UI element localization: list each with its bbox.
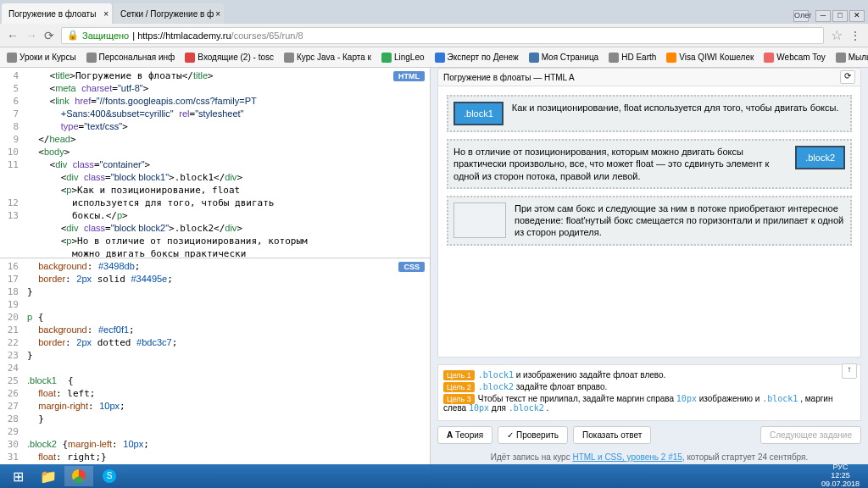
file-icon <box>836 53 846 63</box>
theory-button[interactable]: A Теория <box>437 426 492 444</box>
bookmark-item[interactable]: Уроки и Курсы <box>7 53 76 63</box>
preview-p2: .block2 Но в отличие от позиционирования… <box>447 139 852 189</box>
close-icon[interactable]: × <box>103 9 108 19</box>
p-icon <box>435 53 445 63</box>
menu-icon[interactable]: ⋮ <box>849 29 861 42</box>
maximize-button[interactable]: □ <box>832 10 848 22</box>
footer-promo: Идёт запись на курс HTML и CSS, уровень … <box>437 452 861 462</box>
task-explorer[interactable]: 📁 <box>34 466 63 486</box>
windows-icon: ⊞ <box>13 469 24 485</box>
check-button[interactable]: ✓ Проверить <box>498 426 568 444</box>
file-icon <box>284 53 294 63</box>
qiwi-icon <box>666 53 676 63</box>
url-input[interactable]: 🔒 Защищено | https://htmlacademy.ru/cour… <box>61 27 824 44</box>
tray-lang[interactable]: РУС <box>829 463 851 471</box>
mail-icon <box>185 53 195 63</box>
chrome-icon <box>72 469 86 483</box>
vk-icon <box>529 53 539 63</box>
html-badge: HTML <box>393 71 425 81</box>
minimize-button[interactable]: ─ <box>815 10 831 22</box>
preview-header: Погружение в флоаты — HTML A ⟳ <box>437 68 861 86</box>
leo-icon <box>381 53 392 63</box>
close-button[interactable]: ✕ <box>849 10 865 22</box>
start-button[interactable]: ⊞ <box>3 466 32 486</box>
course-link[interactable]: HTML и CSS, уровень 2 #15 <box>572 452 682 462</box>
next-task-button[interactable]: Следующее задание <box>760 426 861 444</box>
lock-icon: 🔒 <box>67 30 79 41</box>
taskbar[interactable]: ⊞ 📁 S РУС 12:25 09.07.2018 <box>0 464 868 488</box>
address-bar: ← → ⟳ 🔒 Защищено | https://htmlacademy.r… <box>0 24 868 47</box>
css-badge: CSS <box>398 262 425 272</box>
preview-text: Как и позиционирование, float использует… <box>453 102 845 114</box>
tab-title: Погружение в флоаты <box>8 9 96 19</box>
goal-tag: Цель 1 <box>443 370 475 380</box>
url-host: https://htmlacademy.ru <box>137 30 231 41</box>
bookmarks-bar: Уроки и Курсы Персональная инф Входящие … <box>0 47 868 68</box>
close-icon[interactable]: × <box>215 9 220 19</box>
scroll-up-button[interactable]: ↑ <box>842 363 857 379</box>
css-editor[interactable]: CSS 16 17 18 19 20 21 22 23 24 25 26 27 … <box>0 258 431 464</box>
gutter: 16 17 18 19 20 21 22 23 24 25 26 27 28 2… <box>0 258 24 464</box>
bookmark-star-icon[interactable]: ☆ <box>831 27 843 43</box>
bookmark-item[interactable]: Visa QIWI Кошелек <box>666 53 754 63</box>
reload-button[interactable]: ⟳ <box>44 29 54 42</box>
goals-panel: ↑ Цель 1.block1 и изображению задайте фл… <box>437 364 861 421</box>
preview-p3: При этом сам бокс и следующие за ним в п… <box>447 196 852 246</box>
css-code[interactable]: background: #3498db; border: 2px solid #… <box>24 258 430 464</box>
float-image <box>453 202 506 238</box>
clock-date: 09.07.2018 <box>821 480 860 488</box>
tab-strip: Погружение в флоаты× Сетки / Погружение … <box>0 0 868 24</box>
action-bar: A Теория ✓ Проверить Показать ответ След… <box>437 426 861 444</box>
tab-title: Сетки / Погружение в ф <box>120 9 214 19</box>
bookmark-item[interactable]: Курс Java - Карта к <box>284 53 371 63</box>
bookmark-item[interactable]: LingLeo <box>381 53 425 63</box>
bookmark-item[interactable]: Моя Страница <box>529 53 599 63</box>
chrome-user[interactable]: Олег <box>793 10 809 22</box>
back-button[interactable]: ← <box>7 29 19 42</box>
html-editor[interactable]: HTML 4 5 6 7 8 9 10 11 12 13 14 <title>П… <box>0 68 431 258</box>
bookmark-item[interactable]: Мыльная основа к <box>836 53 868 63</box>
bookmark-item[interactable]: HD Earth <box>609 53 656 63</box>
forward-button[interactable]: → <box>25 29 37 42</box>
preview-title: Погружение в флоаты — HTML A <box>443 73 575 82</box>
window-controls: Олег ─ □ ✕ <box>790 8 868 24</box>
secure-label: Защищено <box>82 30 129 41</box>
earth-icon <box>609 53 619 63</box>
html-code[interactable]: <title>Погружение в флоаты — HTML AПогру… <box>24 68 430 258</box>
cam-icon <box>764 53 774 63</box>
folder-icon: 📁 <box>40 469 57 485</box>
task-skype[interactable]: S <box>95 466 124 486</box>
editor-pane: HTML 4 5 6 7 8 9 10 11 12 13 14 <title>П… <box>0 68 431 464</box>
preview-body: .block1 Как и позиционирование, float ис… <box>437 86 861 358</box>
bookmark-item[interactable]: Эксперт по Денеж <box>435 53 519 63</box>
bookmark-item[interactable]: Персональная инф <box>86 53 175 63</box>
refresh-button[interactable]: ⟳ <box>840 70 855 84</box>
file-icon <box>7 53 17 63</box>
goal-row: Цель 2.block2 задайте флоат вправо. <box>443 382 855 391</box>
browser-tab[interactable]: Сетки / Погружение в ф× <box>114 3 224 24</box>
bookmark-item[interactable]: Входящие (2) - tosc <box>185 53 274 63</box>
preview-text: При этом сам бокс и следующие за ним в п… <box>453 202 845 239</box>
goal-row: Цель 3Чтобы текст не прилипал, задайте м… <box>443 394 855 413</box>
skype-icon: S <box>103 469 116 483</box>
show-answer-button[interactable]: Показать ответ <box>573 426 651 444</box>
browser-tab-active[interactable]: Погружение в флоаты× <box>2 3 112 24</box>
file-icon <box>86 53 97 63</box>
bookmark-item[interactable]: Webcam Toy <box>764 53 825 63</box>
task-chrome[interactable] <box>64 466 93 486</box>
goal-row: Цель 1.block1 и изображению задайте флоа… <box>443 370 855 380</box>
clock[interactable]: РУС 12:25 09.07.2018 <box>816 463 865 488</box>
preview-p1: .block1 Как и позиционирование, float ис… <box>447 95 852 132</box>
preview-pane: Погружение в флоаты — HTML A ⟳ .block1 К… <box>431 68 868 464</box>
preview-text: Но в отличие от позиционирования, которы… <box>453 146 845 182</box>
block1: .block1 <box>453 102 504 125</box>
goal-tag: Цель 2 <box>443 382 475 392</box>
gutter: 4 5 6 7 8 9 10 11 12 13 14 <box>0 68 24 258</box>
url-path: /courses/65/run/8 <box>231 30 303 41</box>
block2: .block2 <box>795 146 845 169</box>
